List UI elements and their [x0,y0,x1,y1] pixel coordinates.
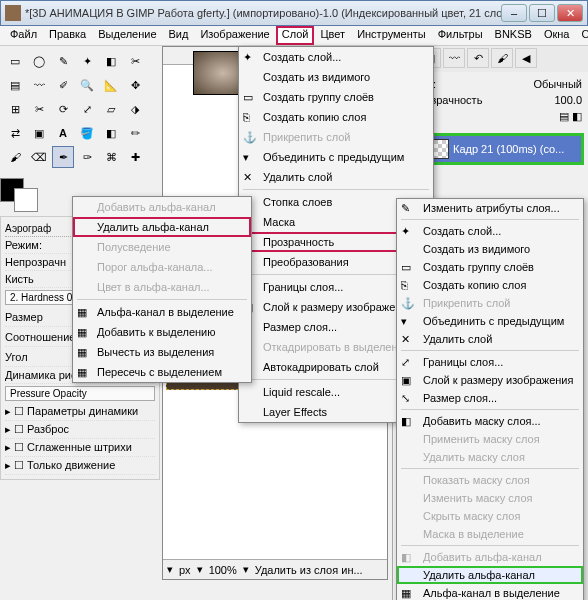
menuitem[interactable]: ▦Вычесть из выделения [73,342,251,362]
menuitem[interactable]: Создать из видимого [397,240,583,258]
menu-правка[interactable]: Правка [43,26,92,45]
menu-tab-icon[interactable]: ◀ [515,48,537,68]
menuitem[interactable]: ✕Удалить слой [397,330,583,348]
tool-measure[interactable]: 📐 [100,74,122,96]
tool-rotate[interactable]: ⟳ [52,98,74,120]
tool-scale[interactable]: ⤢ [76,98,98,120]
menuitem: Изменить маску слоя [397,489,583,507]
tool-fg-select[interactable]: ▤ [4,74,26,96]
menuitem[interactable]: ▦Альфа-канал в выделение [73,302,251,322]
menu-icon: ▾ [243,151,257,165]
menuitem[interactable]: ⤢Границы слоя... [397,353,583,371]
menu-файл[interactable]: Файл [4,26,43,45]
menuitem[interactable]: Удалить альфа-канал [397,566,583,584]
menuitem[interactable]: ✦Создать слой... [397,222,583,240]
brush-tab-icon[interactable]: 🖌 [491,48,513,68]
menuitem[interactable]: ▣Слой к размеру изображения [397,371,583,389]
menuitem[interactable]: ▭Создать группу слоёв [239,87,433,107]
app-icon [5,5,21,21]
undo-tab-icon[interactable]: ↶ [467,48,489,68]
tool-crop[interactable]: ✂ [28,98,50,120]
layer-context-menu: ✎Изменить атрибуты слоя...✦Создать слой.… [396,198,584,600]
size-label: Размер [5,311,43,323]
brush-label: Кисть [5,273,34,285]
menuitem: Скрыть маску слоя [397,507,583,525]
bg-color[interactable] [14,188,38,212]
maximize-button[interactable]: ☐ [529,4,555,22]
menuitem: Полусведение [73,237,251,257]
tool-gradient[interactable]: ◧ [100,122,122,144]
tool-flip[interactable]: ⇄ [4,122,26,144]
menuitem[interactable]: ▦Добавить к выделению [73,322,251,342]
menuitem: ⚓Прикрепить слой [239,127,433,147]
option-check[interactable]: ▸ ☐ Сглаженные штрихи [5,441,132,454]
paths-tab-icon[interactable]: 〰 [443,48,465,68]
tool-paths[interactable]: 〰 [28,74,50,96]
menu-icon: ✦ [243,51,257,65]
tool-perspective[interactable]: ⬗ [124,98,146,120]
menuitem: Удалить маску слоя [397,448,583,466]
menuitem[interactable]: ✦Создать слой... [239,47,433,67]
tool-cage[interactable]: ▣ [28,122,50,144]
tool-eraser[interactable]: ⌫ [28,146,50,168]
zoom-level[interactable]: 100% [209,564,237,576]
menu-bnksb[interactable]: BNKSB [489,26,538,45]
menuitem[interactable]: ◧Добавить маску слоя... [397,412,583,430]
menuitem[interactable]: Удалить альфа-канал [73,217,251,237]
menuitem[interactable]: ▭Создать группу слоёв [397,258,583,276]
menuitem[interactable]: ✎Изменить атрибуты слоя... [397,199,583,217]
dyn-select[interactable]: Pressure Opacity [5,386,155,401]
tool-pencil[interactable]: ✏ [124,122,146,144]
option-check[interactable]: ▸ ☐ Только движение [5,459,115,472]
tool-scissors[interactable]: ✂ [124,50,146,72]
tool-heal[interactable]: ✚ [124,146,146,168]
minimize-button[interactable]: – [501,4,527,22]
tool-brush[interactable]: 🖌 [4,146,26,168]
menu-справка[interactable]: Справка [575,26,588,45]
menuitem[interactable]: ▦Альфа-канал в выделение [397,584,583,600]
layer-mode-value[interactable]: Обычный [533,78,582,90]
option-check[interactable]: ▸ ☐ Параметры динамики [5,405,138,418]
tool-text[interactable]: A [52,122,74,144]
tool-rect-select[interactable]: ▭ [4,50,26,72]
close-button[interactable]: ✕ [557,4,583,22]
menu-icon: ▭ [243,91,257,105]
menu-изображение[interactable]: Изображение [194,26,275,45]
menu-фильтры[interactable]: Фильтры [432,26,489,45]
menu-цвет[interactable]: Цвет [314,26,351,45]
menu-инструменты[interactable]: Инструменты [351,26,432,45]
option-check[interactable]: ▸ ☐ Разброс [5,423,69,436]
menuitem[interactable]: ⎘Создать копию слоя [239,107,433,127]
menu-icon: ✎ [401,202,417,215]
menu-icon: ▦ [401,587,417,600]
tool-bucket[interactable]: 🪣 [76,122,98,144]
menuitem[interactable]: ▾Объединить с предыдущим [397,312,583,330]
menuitem[interactable]: ▾Объединить с предыдущим [239,147,433,167]
tool-bycolor[interactable]: ◧ [100,50,122,72]
layer-opacity-value[interactable]: 100.0 [554,94,582,106]
window-title: *[3D АНИМАЦИЯ В GIMP Работа gferty.] (им… [25,7,501,19]
tool-picker[interactable]: ✐ [52,74,74,96]
menuitem[interactable]: ✕Удалить слой [239,167,433,187]
menu-вид[interactable]: Вид [163,26,195,45]
tool-ink[interactable]: ✑ [76,146,98,168]
menu-окна[interactable]: Окна [538,26,576,45]
tool-fuzzy-select[interactable]: ✦ [76,50,98,72]
menu-слой[interactable]: Слой [276,26,315,45]
tool-airbrush[interactable]: ✒ [52,146,74,168]
tool-ellipse-select[interactable]: ◯ [28,50,50,72]
menuitem: ◧Добавить альфа-канал [397,548,583,566]
tool-clone[interactable]: ⌘ [100,146,122,168]
menuitem[interactable]: ⤡Размер слоя... [397,389,583,407]
tool-shear[interactable]: ▱ [100,98,122,120]
tool-move[interactable]: ✥ [124,74,146,96]
tool-lasso[interactable]: ✎ [52,50,74,72]
tool-align[interactable]: ⊞ [4,98,26,120]
lock-icons[interactable]: ▤ ◧ [559,110,582,123]
menuitem[interactable]: Создать из видимого [239,67,433,87]
menuitem[interactable]: ▦Пересечь с выделением [73,362,251,382]
menu-выделение[interactable]: Выделение [92,26,162,45]
unit-selector[interactable]: px [179,564,191,576]
menuitem[interactable]: ⎘Создать копию слоя [397,276,583,294]
tool-zoom[interactable]: 🔍 [76,74,98,96]
